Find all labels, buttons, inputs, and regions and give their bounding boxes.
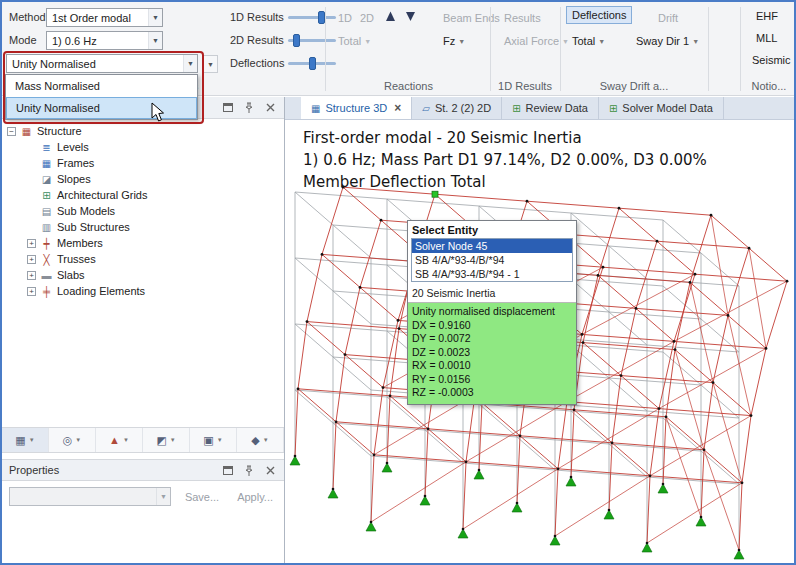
- reactions-2d-button[interactable]: 2D: [354, 9, 380, 27]
- expand-icon[interactable]: +: [27, 255, 36, 264]
- tree-item-architectural-grids[interactable]: ⊞ Architectural Grids: [7, 187, 284, 203]
- method-combo[interactable]: 1st Order modal ▼: [46, 8, 163, 27]
- chevron-down-icon: ▼: [156, 488, 170, 505]
- tree-item-label: Structure: [37, 125, 82, 137]
- properties-title: Properties: [9, 464, 59, 476]
- group-separator: [490, 7, 491, 91]
- ehf-button[interactable]: EHF: [750, 7, 784, 25]
- seismic-button[interactable]: Seismic: [746, 51, 796, 69]
- chevron-down-icon: ▼: [598, 38, 605, 45]
- mll-button[interactable]: MLL: [750, 29, 783, 47]
- table-icon: ⊞: [609, 103, 617, 114]
- slider-thumb[interactable]: [318, 11, 325, 24]
- pin-icon[interactable]: [242, 463, 256, 477]
- expand-icon[interactable]: +: [27, 287, 36, 296]
- trusses-icon: ╳: [40, 254, 53, 265]
- method-label: Method: [9, 11, 46, 23]
- close-tab-icon[interactable]: ×: [394, 103, 401, 113]
- scale-slider-1d[interactable]: [288, 10, 336, 25]
- tab-review-data[interactable]: ⊞ Review Data: [502, 97, 599, 119]
- tab-st-2-2d[interactable]: ▱ St. 2 (2) 2D: [412, 97, 502, 119]
- tree-item-sub-structures[interactable]: ▥ Sub Structures: [7, 219, 284, 235]
- tree-item-loading-elements[interactable]: + ╪ Loading Elements: [7, 283, 284, 299]
- scale-slider-deflections[interactable]: [288, 56, 336, 71]
- tree-item-label: Sub Models: [57, 205, 115, 217]
- close-panel-icon[interactable]: [263, 463, 277, 477]
- normalisation-extra-drop[interactable]: ▼: [203, 55, 218, 73]
- chevron-down-icon: ▼: [170, 437, 176, 443]
- tab-label: Review Data: [526, 102, 588, 114]
- tree-tab-supports[interactable]: ▲▼: [96, 428, 143, 452]
- slider-track: [288, 16, 336, 19]
- pin-icon[interactable]: [242, 101, 256, 115]
- scale-slider-2d[interactable]: [288, 33, 336, 48]
- beam-ends-button[interactable]: Beam Ends: [437, 9, 506, 27]
- chevron-down-icon: ▼: [692, 38, 699, 45]
- tree-item-slopes[interactable]: ◪ Slopes: [7, 171, 284, 187]
- sway-dir-dropdown[interactable]: Sway Dir 1▼: [630, 32, 705, 50]
- structure-3d-viewport[interactable]: First-order modal - 20 Seismic Inertia 1…: [285, 120, 794, 563]
- tree-tab-flags[interactable]: ◆▼: [237, 428, 284, 452]
- close-panel-icon[interactable]: [263, 101, 277, 115]
- tab-solver-model-data[interactable]: ⊞ Solver Model Data: [599, 97, 724, 119]
- reactions-total-dropdown[interactable]: Total▼: [332, 32, 377, 50]
- tree-item-trusses[interactable]: + ╳ Trusses: [7, 251, 284, 267]
- displacement-rx: RX = 0.0010: [412, 359, 572, 373]
- tree-item-frames[interactable]: ▦ Frames: [7, 155, 284, 171]
- tree-item-sub-models[interactable]: ▤ Sub Models: [7, 203, 284, 219]
- axial-force-dropdown[interactable]: Axial Force▼: [498, 32, 575, 50]
- save-button[interactable]: Save...: [181, 489, 223, 505]
- beam-end-right-icon[interactable]: [398, 7, 423, 26]
- entity-item-solver-node[interactable]: Solver Node 45: [412, 239, 572, 253]
- float-window-icon[interactable]: [221, 463, 235, 477]
- tree-item-members[interactable]: + ┿ Members: [7, 235, 284, 251]
- apply-button[interactable]: Apply...: [233, 489, 277, 505]
- chevron-down-icon[interactable]: ▼: [183, 55, 197, 72]
- dropdown-item-mass-normalised[interactable]: Mass Normalised: [6, 75, 197, 97]
- chevron-down-icon[interactable]: ▼: [148, 9, 162, 26]
- structure-tree-panel: − ▦ Structure ≣ Levels ▦ Frames ◪ Slopes: [2, 97, 285, 563]
- tree-item-slabs[interactable]: + ▬ Slabs: [7, 267, 284, 283]
- mode-combo[interactable]: 1) 0.6 Hz ▼: [46, 31, 163, 50]
- levels-icon: ≣: [40, 142, 53, 153]
- normalisation-combo[interactable]: Unity Normalised ▼: [6, 54, 198, 73]
- entity-item-beam-1[interactable]: SB 4/A/*93-4/B/*94: [412, 253, 572, 267]
- structure-icon: ▦: [20, 126, 33, 137]
- entity-item-beam-2[interactable]: SB 4/A/*93-4/B/*94 - 1: [412, 267, 572, 281]
- tree-view-tab-strip: ▦▼ ◎▼ ▲▼ ◩▼ ▣▼ ◆▼: [2, 427, 284, 453]
- result-type: Member Deflection Total: [303, 171, 707, 193]
- tree-item-structure[interactable]: − ▦ Structure: [7, 123, 284, 139]
- properties-combo[interactable]: ▼: [9, 487, 171, 506]
- dropdown-item-unity-normalised[interactable]: Unity Normalised: [6, 97, 197, 119]
- collapse-icon[interactable]: −: [7, 127, 16, 136]
- chevron-down-icon[interactable]: ▼: [148, 32, 162, 49]
- sub-structures-icon: ▥: [40, 222, 53, 233]
- tree-tab-structure[interactable]: ▦▼: [2, 428, 49, 452]
- tree-tab-boxes[interactable]: ▣▼: [190, 428, 237, 452]
- select-entity-tooltip: Select Entity Solver Node 45 SB 4/A/*93-…: [407, 220, 577, 405]
- flip-left-icon: [384, 10, 397, 23]
- sway-total-dropdown[interactable]: Total▼: [566, 32, 611, 50]
- slider-thumb[interactable]: [293, 34, 300, 47]
- slider-thumb[interactable]: [309, 57, 316, 70]
- expand-icon[interactable]: +: [27, 239, 36, 248]
- expand-icon[interactable]: +: [27, 271, 36, 280]
- tab-label: Solver Model Data: [622, 102, 713, 114]
- frames-icon: ▦: [40, 158, 53, 169]
- chevron-down-icon: ▼: [458, 38, 465, 45]
- drift-button[interactable]: Drift: [652, 9, 684, 27]
- tab-structure-3d[interactable]: ▦ Structure 3D ×: [301, 97, 412, 119]
- deflections-toggle-button[interactable]: Deflections: [566, 6, 632, 24]
- results-button[interactable]: Results: [498, 9, 547, 27]
- tree-item-levels[interactable]: ≣ Levels: [7, 139, 284, 155]
- slider-2d-label: 2D Results: [230, 34, 284, 46]
- levels-view-icon: ◩: [156, 434, 166, 447]
- float-window-icon[interactable]: [221, 101, 235, 115]
- mode-value: 1) 0.6 Hz: [52, 35, 97, 47]
- group-separator: [560, 7, 561, 91]
- tree-item-label: Loading Elements: [57, 285, 145, 297]
- tree-tab-levels[interactable]: ◩▼: [143, 428, 190, 452]
- entity-list: Solver Node 45 SB 4/A/*93-4/B/*94 SB 4/A…: [411, 238, 573, 282]
- fz-dropdown[interactable]: Fz▼: [437, 32, 471, 50]
- tree-tab-globe[interactable]: ◎▼: [49, 428, 96, 452]
